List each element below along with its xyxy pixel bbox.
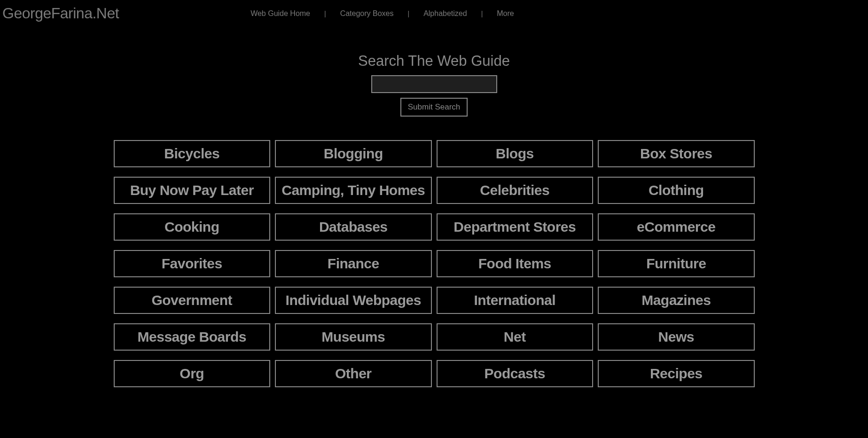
category-box[interactable]: Box Stores — [598, 140, 755, 167]
category-box[interactable]: Favorites — [114, 250, 271, 277]
category-box[interactable]: Finance — [275, 250, 432, 277]
nav-divider: | — [324, 10, 326, 17]
category-box[interactable]: Blogs — [437, 140, 594, 167]
category-box[interactable]: Government — [114, 287, 271, 314]
category-grid: BicyclesBloggingBlogsBox StoresBuy Now P… — [68, 140, 801, 387]
category-box[interactable]: Org — [114, 360, 271, 387]
category-box[interactable]: Camping, Tiny Homes — [275, 177, 432, 204]
category-box[interactable]: Magazines — [598, 287, 755, 314]
category-box[interactable]: Message Boards — [114, 323, 271, 351]
category-box[interactable]: Cooking — [114, 213, 271, 241]
category-box[interactable]: Bicycles — [114, 140, 271, 167]
category-box[interactable]: Department Stores — [437, 213, 594, 241]
category-box[interactable]: Net — [437, 323, 594, 351]
nav-divider: | — [481, 10, 483, 17]
nav-category-boxes[interactable]: Category Boxes — [340, 9, 394, 18]
nav-web-guide-home[interactable]: Web Guide Home — [250, 9, 310, 18]
nav-more[interactable]: More — [497, 9, 514, 18]
category-box[interactable]: Databases — [275, 213, 432, 241]
category-box[interactable]: Food Items — [437, 250, 594, 277]
nav-divider: | — [407, 10, 409, 17]
category-box[interactable]: Furniture — [598, 250, 755, 277]
header: GeorgeFarina.Net Web Guide Home | Catego… — [0, 0, 868, 27]
category-box[interactable]: Recipes — [598, 360, 755, 387]
category-box[interactable]: Celebrities — [437, 177, 594, 204]
category-box[interactable]: Museums — [275, 323, 432, 351]
category-box[interactable]: Individual Webpages — [275, 287, 432, 314]
category-box[interactable]: Buy Now Pay Later — [114, 177, 271, 204]
category-box[interactable]: Blogging — [275, 140, 432, 167]
site-logo[interactable]: GeorgeFarina.Net — [2, 5, 119, 22]
main-nav: Web Guide Home | Category Boxes | Alphab… — [250, 9, 514, 18]
submit-search-button[interactable]: Submit Search — [400, 98, 468, 117]
search-input[interactable] — [371, 75, 497, 93]
search-title: Search The Web Guide — [0, 53, 868, 70]
search-section: Search The Web Guide Submit Search — [0, 53, 868, 117]
category-box[interactable]: International — [437, 287, 594, 314]
category-box[interactable]: eCommerce — [598, 213, 755, 241]
category-box[interactable]: Other — [275, 360, 432, 387]
nav-alphabetized[interactable]: Alphabetized — [423, 9, 467, 18]
category-box[interactable]: News — [598, 323, 755, 351]
category-box[interactable]: Clothing — [598, 177, 755, 204]
category-box[interactable]: Podcasts — [437, 360, 594, 387]
